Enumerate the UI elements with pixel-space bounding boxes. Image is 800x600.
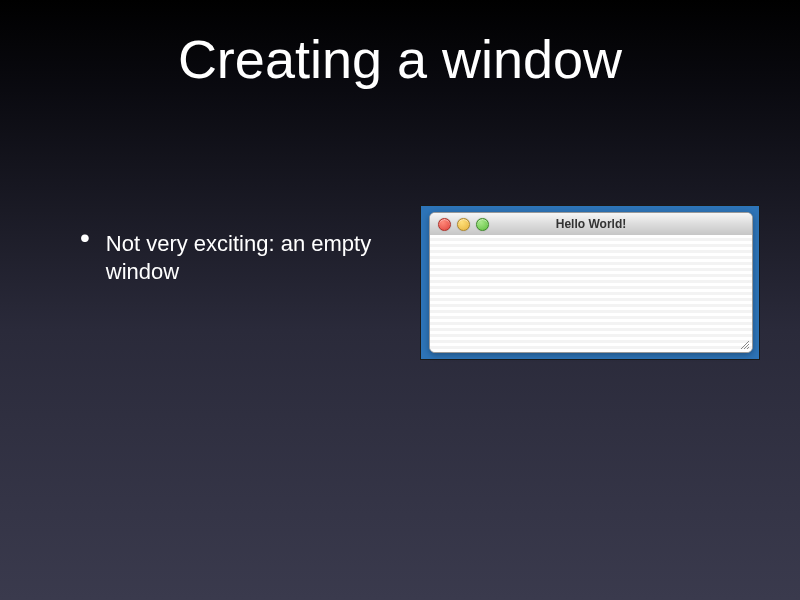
bullet-item: • Not very exciting: an empty window [80, 230, 380, 286]
mac-window: Hello World! [429, 212, 753, 353]
window-content [430, 235, 752, 352]
bullet-text: Not very exciting: an empty window [106, 230, 380, 286]
slide: Creating a window • Not very exciting: a… [0, 0, 800, 600]
slide-body: • Not very exciting: an empty window [80, 230, 380, 286]
resize-grip-icon[interactable] [738, 338, 750, 350]
bullet-marker: • [80, 228, 90, 248]
svg-line-2 [747, 347, 749, 349]
window-titlebar: Hello World! [430, 213, 752, 236]
window-title: Hello World! [430, 217, 752, 231]
slide-title: Creating a window [0, 28, 800, 90]
screenshot-frame: Hello World! [420, 205, 760, 360]
